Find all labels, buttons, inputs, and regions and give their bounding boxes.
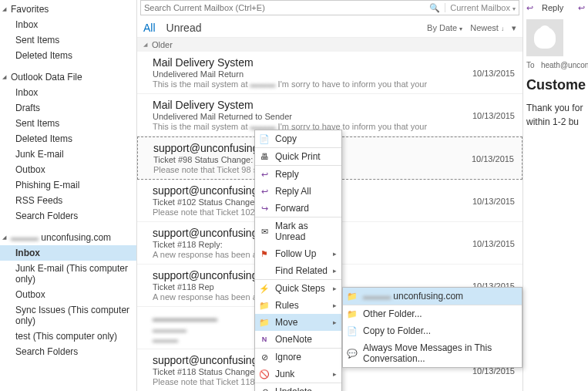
message-date: 10/13/2015 bbox=[472, 239, 515, 248]
sidebar-item-phishing[interactable]: Phishing E-mail bbox=[0, 177, 136, 193]
sidebar-item-search-folders[interactable]: Search Folders bbox=[0, 208, 136, 224]
menu-quick-steps[interactable]: ⚡Quick Steps▸ bbox=[255, 280, 341, 297]
reading-pane: ↩ Reply ↩ Rep To heath@unconf Custome Th… bbox=[522, 0, 588, 391]
message-title: Custome bbox=[526, 77, 585, 93]
menu-forward[interactable]: ↪Forward bbox=[255, 200, 341, 217]
menu-reply[interactable]: ↩Reply bbox=[255, 166, 341, 183]
menu-mark-unread[interactable]: ✉Mark as Unread bbox=[255, 217, 341, 245]
sidebar-item-outbox[interactable]: Outbox bbox=[0, 287, 136, 302]
chevron-right-icon: ▸ bbox=[333, 285, 337, 292]
message-from: Mail Delivery System bbox=[153, 99, 515, 111]
filter-row: All Unread By Date ▾ Newest ↓ ▾ bbox=[137, 19, 522, 38]
chevron-right-icon: ▸ bbox=[333, 302, 337, 309]
bolt-icon: ⚡ bbox=[259, 283, 270, 294]
rules-icon: 📁 bbox=[259, 300, 270, 311]
menu-follow-up[interactable]: ⚑Follow Up▸ bbox=[255, 245, 341, 262]
sidebar-item-drafts[interactable]: Drafts bbox=[0, 100, 136, 116]
message-subject: Undelivered Mail Returned to Sender bbox=[153, 112, 515, 121]
folder-icon: 📁 bbox=[347, 291, 358, 302]
group-header-older[interactable]: Older bbox=[137, 38, 522, 52]
submenu-account-folder[interactable]: 📁▬▬▬ unconfusing.com bbox=[343, 288, 522, 305]
menu-quick-print[interactable]: 🖶Quick Print bbox=[255, 148, 341, 166]
sidebar-group-account[interactable]: ▬▬▬ unconfusing.com bbox=[0, 230, 136, 245]
search-input[interactable] bbox=[144, 3, 429, 12]
sort-newest[interactable]: Newest ↓ bbox=[470, 23, 504, 32]
sidebar-group-datafile[interactable]: Outlook Data File bbox=[0, 69, 136, 85]
menu-reply-all[interactable]: ↩Reply All bbox=[255, 183, 341, 200]
message-date: 10/13/2015 bbox=[472, 197, 515, 206]
menu-ignore[interactable]: ⊘Ignore bbox=[255, 349, 341, 366]
to-line: To heath@unconf bbox=[526, 61, 585, 69]
sidebar-item-junk[interactable]: Junk E-mail bbox=[0, 147, 136, 162]
message-date: 10/13/2015 bbox=[472, 111, 515, 120]
sidebar-item-test[interactable]: test (This computer only) bbox=[0, 329, 136, 344]
sender-avatar bbox=[526, 19, 563, 56]
sort-by-date[interactable]: By Date ▾ bbox=[427, 23, 462, 32]
sidebar-item-inbox[interactable]: Inbox bbox=[0, 245, 136, 261]
search-bar: 🔍 Current Mailbox ▾ bbox=[140, 0, 519, 15]
filter-tab-unread[interactable]: Unread bbox=[166, 22, 202, 34]
conversation-icon: 💬 bbox=[347, 348, 358, 359]
sidebar-item-deleted[interactable]: Deleted Items bbox=[0, 131, 136, 147]
onenote-icon: N bbox=[259, 334, 270, 345]
reply-button[interactable]: ↩ Reply bbox=[526, 3, 570, 12]
submenu-other-folder[interactable]: 📁Other Folder... bbox=[343, 305, 522, 322]
message-item[interactable]: Mail Delivery SystemUndelivered Mail Ret… bbox=[137, 52, 522, 94]
context-menu: 📄Copy 🖶Quick Print ↩Reply ↩Reply All ↪Fo… bbox=[254, 130, 342, 391]
submenu-always-move[interactable]: 💬Always Move Messages in This Conversati… bbox=[343, 339, 522, 367]
message-date: 10/13/2015 bbox=[472, 69, 515, 78]
menu-move[interactable]: 📁Move▸ bbox=[255, 314, 341, 331]
folder-icon: 📁 bbox=[347, 308, 358, 319]
sidebar-item-sync-issues[interactable]: Sync Issues (This computer only) bbox=[0, 302, 136, 329]
sidebar-item-sent[interactable]: Sent Items bbox=[0, 116, 136, 131]
message-date: 10/13/2015 bbox=[472, 154, 514, 163]
expand-arrow-icon[interactable]: ▾ bbox=[512, 23, 516, 33]
chevron-right-icon: ▸ bbox=[333, 370, 337, 378]
message-preview: This is the mail system at ▬▬▬ I'm sorry… bbox=[153, 79, 515, 89]
message-from: Mail Delivery System bbox=[153, 56, 515, 69]
message-subject: Undelivered Mail Return bbox=[153, 69, 515, 79]
sidebar-item-outbox[interactable]: Outbox bbox=[0, 162, 136, 177]
ignore-icon: ⊘ bbox=[259, 352, 270, 362]
menu-copy[interactable]: 📄Copy bbox=[255, 130, 341, 148]
menu-undelete[interactable]: ↶Undelete bbox=[255, 383, 341, 391]
print-icon: 🖶 bbox=[259, 151, 270, 162]
sidebar-item-junk[interactable]: Junk E-mail (This computer only) bbox=[0, 261, 136, 287]
sidebar-item-inbox[interactable]: Inbox bbox=[0, 85, 136, 100]
copy-icon: 📄 bbox=[347, 325, 358, 336]
search-icon[interactable]: 🔍 bbox=[429, 3, 440, 13]
chevron-right-icon: ▸ bbox=[333, 250, 337, 258]
reply-icon: ↩ bbox=[259, 169, 270, 180]
sidebar-item-inbox[interactable]: Inbox bbox=[0, 17, 136, 32]
undelete-icon: ↶ bbox=[259, 386, 270, 391]
message-body: Thank you for within 1-2 bu bbox=[526, 101, 585, 129]
search-scope-dropdown[interactable]: Current Mailbox ▾ bbox=[445, 3, 516, 12]
navigation-sidebar: Favorites Inbox Sent Items Deleted Items… bbox=[0, 0, 137, 391]
forward-icon: ↪ bbox=[259, 203, 270, 214]
chevron-right-icon: ▸ bbox=[333, 319, 337, 326]
sidebar-item-search-folders[interactable]: Search Folders bbox=[0, 344, 136, 359]
sidebar-item-deleted[interactable]: Deleted Items bbox=[0, 48, 136, 63]
chevron-right-icon: ▸ bbox=[333, 267, 337, 275]
sidebar-group-favorites[interactable]: Favorites bbox=[0, 2, 136, 17]
move-icon: 📁 bbox=[259, 317, 270, 328]
junk-icon: 🚫 bbox=[259, 369, 270, 379]
menu-find-related[interactable]: Find Related▸ bbox=[255, 262, 341, 280]
filter-tab-all[interactable]: All bbox=[143, 22, 156, 34]
reply-all-button[interactable]: ↩ Rep bbox=[578, 3, 588, 12]
sidebar-item-rss[interactable]: RSS Feeds bbox=[0, 193, 136, 208]
menu-rules[interactable]: 📁Rules▸ bbox=[255, 297, 341, 314]
sidebar-item-sent[interactable]: Sent Items bbox=[0, 32, 136, 48]
envelope-icon: ✉ bbox=[259, 226, 270, 237]
menu-junk[interactable]: 🚫Junk▸ bbox=[255, 366, 341, 383]
reply-all-icon: ↩ bbox=[259, 186, 270, 197]
flag-icon: ⚑ bbox=[259, 248, 270, 259]
menu-onenote[interactable]: NOneNote bbox=[255, 331, 341, 349]
find-icon bbox=[259, 265, 270, 276]
submenu-copy-to-folder[interactable]: 📄Copy to Folder... bbox=[343, 322, 522, 339]
move-submenu: 📁▬▬▬ unconfusing.com 📁Other Folder... 📄C… bbox=[342, 287, 522, 368]
copy-icon: 📄 bbox=[259, 133, 270, 144]
